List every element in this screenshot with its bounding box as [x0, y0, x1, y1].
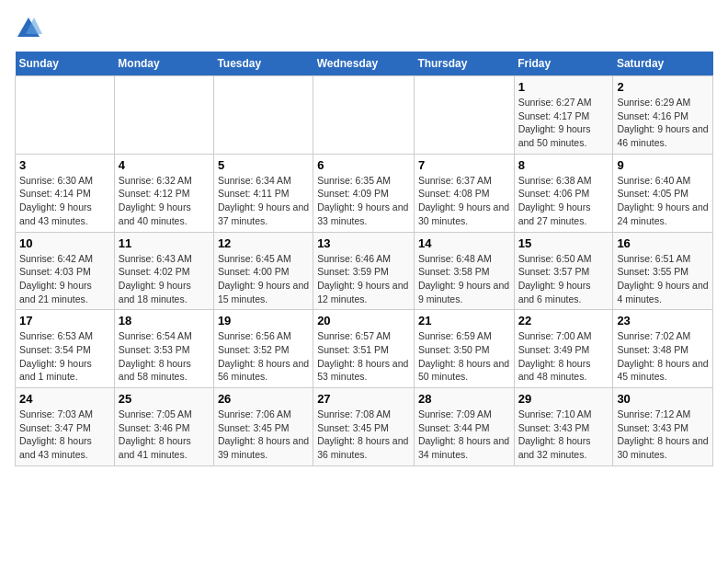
day-number: 16: [617, 236, 709, 250]
day-number: 12: [218, 236, 309, 250]
day-number: 5: [218, 158, 309, 172]
header-cell-monday: Monday: [114, 52, 213, 76]
calendar-header: SundayMondayTuesdayWednesdayThursdayFrid…: [16, 52, 713, 76]
day-cell: 19Sunrise: 6:56 AM Sunset: 3:52 PM Dayli…: [213, 310, 313, 388]
header-cell-saturday: Saturday: [613, 52, 713, 76]
day-number: 26: [218, 392, 309, 406]
day-cell: 3Sunrise: 6:30 AM Sunset: 4:14 PM Daylig…: [16, 154, 115, 232]
day-info: Sunrise: 6:35 AM Sunset: 4:09 PM Dayligh…: [317, 174, 410, 228]
day-number: 6: [317, 158, 410, 172]
day-cell: 16Sunrise: 6:51 AM Sunset: 3:55 PM Dayli…: [613, 232, 713, 310]
day-number: 10: [19, 236, 110, 250]
day-cell: 15Sunrise: 6:50 AM Sunset: 3:57 PM Dayli…: [514, 232, 613, 310]
header-row: SundayMondayTuesdayWednesdayThursdayFrid…: [16, 52, 713, 76]
day-cell: [16, 76, 115, 155]
day-number: 4: [119, 158, 210, 172]
week-row: 1Sunrise: 6:27 AM Sunset: 4:17 PM Daylig…: [16, 76, 713, 155]
day-cell: 25Sunrise: 7:05 AM Sunset: 3:46 PM Dayli…: [114, 388, 213, 466]
day-cell: 11Sunrise: 6:43 AM Sunset: 4:02 PM Dayli…: [114, 232, 213, 310]
day-info: Sunrise: 6:40 AM Sunset: 4:05 PM Dayligh…: [617, 174, 709, 228]
logo-icon: [15, 15, 42, 42]
day-number: 13: [317, 236, 410, 250]
week-row: 10Sunrise: 6:42 AM Sunset: 4:03 PM Dayli…: [16, 232, 713, 310]
day-info: Sunrise: 6:43 AM Sunset: 4:02 PM Dayligh…: [119, 252, 210, 306]
day-info: Sunrise: 7:12 AM Sunset: 3:43 PM Dayligh…: [617, 408, 709, 462]
day-info: Sunrise: 6:53 AM Sunset: 3:54 PM Dayligh…: [19, 329, 110, 384]
day-number: 21: [418, 314, 510, 327]
day-info: Sunrise: 6:45 AM Sunset: 4:00 PM Dayligh…: [218, 252, 309, 306]
day-cell: 7Sunrise: 6:37 AM Sunset: 4:08 PM Daylig…: [414, 154, 514, 232]
day-info: Sunrise: 6:38 AM Sunset: 4:06 PM Dayligh…: [518, 174, 609, 228]
day-number: 19: [218, 314, 309, 327]
day-cell: 13Sunrise: 6:46 AM Sunset: 3:59 PM Dayli…: [313, 232, 415, 310]
day-cell: 8Sunrise: 6:38 AM Sunset: 4:06 PM Daylig…: [514, 154, 613, 232]
day-number: 23: [617, 314, 709, 327]
day-cell: 26Sunrise: 7:06 AM Sunset: 3:45 PM Dayli…: [213, 388, 313, 466]
day-number: 28: [418, 392, 510, 406]
day-cell: 2Sunrise: 6:29 AM Sunset: 4:16 PM Daylig…: [613, 76, 713, 155]
day-number: 29: [518, 392, 609, 406]
day-cell: [313, 76, 415, 155]
day-info: Sunrise: 7:09 AM Sunset: 3:44 PM Dayligh…: [418, 408, 510, 462]
day-info: Sunrise: 6:27 AM Sunset: 4:17 PM Dayligh…: [518, 96, 609, 150]
day-info: Sunrise: 6:42 AM Sunset: 4:03 PM Dayligh…: [19, 252, 110, 306]
day-info: Sunrise: 6:30 AM Sunset: 4:14 PM Dayligh…: [19, 174, 110, 228]
header-cell-thursday: Thursday: [414, 52, 514, 76]
day-cell: 23Sunrise: 7:02 AM Sunset: 3:48 PM Dayli…: [613, 310, 713, 388]
day-cell: 27Sunrise: 7:08 AM Sunset: 3:45 PM Dayli…: [313, 388, 415, 466]
day-cell: 4Sunrise: 6:32 AM Sunset: 4:12 PM Daylig…: [114, 154, 213, 232]
day-number: 7: [418, 158, 510, 172]
day-cell: 18Sunrise: 6:54 AM Sunset: 3:53 PM Dayli…: [114, 310, 213, 388]
day-cell: 12Sunrise: 6:45 AM Sunset: 4:00 PM Dayli…: [213, 232, 313, 310]
day-info: Sunrise: 6:57 AM Sunset: 3:51 PM Dayligh…: [317, 329, 410, 384]
header-cell-tuesday: Tuesday: [213, 52, 313, 76]
day-cell: 17Sunrise: 6:53 AM Sunset: 3:54 PM Dayli…: [16, 310, 115, 388]
week-row: 3Sunrise: 6:30 AM Sunset: 4:14 PM Daylig…: [16, 154, 713, 232]
header-cell-friday: Friday: [514, 52, 613, 76]
day-number: 2: [617, 80, 709, 94]
day-info: Sunrise: 7:02 AM Sunset: 3:48 PM Dayligh…: [617, 329, 709, 384]
day-number: 18: [119, 314, 210, 327]
day-info: Sunrise: 7:05 AM Sunset: 3:46 PM Dayligh…: [119, 408, 210, 462]
day-info: Sunrise: 6:56 AM Sunset: 3:52 PM Dayligh…: [218, 329, 309, 384]
day-info: Sunrise: 6:37 AM Sunset: 4:08 PM Dayligh…: [418, 174, 510, 228]
day-number: 9: [617, 158, 709, 172]
day-info: Sunrise: 7:00 AM Sunset: 3:49 PM Dayligh…: [518, 329, 609, 384]
day-info: Sunrise: 7:10 AM Sunset: 3:43 PM Dayligh…: [518, 408, 609, 462]
day-cell: 1Sunrise: 6:27 AM Sunset: 4:17 PM Daylig…: [514, 76, 613, 155]
day-number: 14: [418, 236, 510, 250]
day-info: Sunrise: 6:46 AM Sunset: 3:59 PM Dayligh…: [317, 252, 410, 306]
week-row: 17Sunrise: 6:53 AM Sunset: 3:54 PM Dayli…: [16, 310, 713, 388]
day-cell: 5Sunrise: 6:34 AM Sunset: 4:11 PM Daylig…: [213, 154, 313, 232]
day-number: 11: [119, 236, 210, 250]
day-cell: 14Sunrise: 6:48 AM Sunset: 3:58 PM Dayli…: [414, 232, 514, 310]
day-number: 22: [518, 314, 609, 327]
day-number: 1: [518, 80, 609, 94]
day-number: 30: [617, 392, 709, 406]
day-info: Sunrise: 6:34 AM Sunset: 4:11 PM Dayligh…: [218, 174, 309, 228]
day-number: 27: [317, 392, 410, 406]
day-cell: 10Sunrise: 6:42 AM Sunset: 4:03 PM Dayli…: [16, 232, 115, 310]
day-cell: 24Sunrise: 7:03 AM Sunset: 3:47 PM Dayli…: [16, 388, 115, 466]
week-row: 24Sunrise: 7:03 AM Sunset: 3:47 PM Dayli…: [16, 388, 713, 466]
day-number: 3: [19, 158, 110, 172]
calendar-table: SundayMondayTuesdayWednesdayThursdayFrid…: [15, 52, 713, 466]
day-info: Sunrise: 6:54 AM Sunset: 3:53 PM Dayligh…: [119, 329, 210, 384]
day-info: Sunrise: 6:50 AM Sunset: 3:57 PM Dayligh…: [518, 252, 609, 306]
header-cell-wednesday: Wednesday: [313, 52, 415, 76]
day-cell: 6Sunrise: 6:35 AM Sunset: 4:09 PM Daylig…: [313, 154, 415, 232]
day-number: 15: [518, 236, 609, 250]
day-cell: 29Sunrise: 7:10 AM Sunset: 3:43 PM Dayli…: [514, 388, 613, 466]
header-cell-sunday: Sunday: [16, 52, 115, 76]
day-cell: 30Sunrise: 7:12 AM Sunset: 3:43 PM Dayli…: [613, 388, 713, 466]
day-number: 17: [19, 314, 110, 327]
day-number: 8: [518, 158, 609, 172]
day-cell: 22Sunrise: 7:00 AM Sunset: 3:49 PM Dayli…: [514, 310, 613, 388]
day-cell: 21Sunrise: 6:59 AM Sunset: 3:50 PM Dayli…: [414, 310, 514, 388]
day-info: Sunrise: 6:59 AM Sunset: 3:50 PM Dayligh…: [418, 329, 510, 384]
day-cell: [213, 76, 313, 155]
day-number: 20: [317, 314, 410, 327]
day-cell: [114, 76, 213, 155]
day-info: Sunrise: 6:48 AM Sunset: 3:58 PM Dayligh…: [418, 252, 510, 306]
logo: [15, 15, 46, 42]
